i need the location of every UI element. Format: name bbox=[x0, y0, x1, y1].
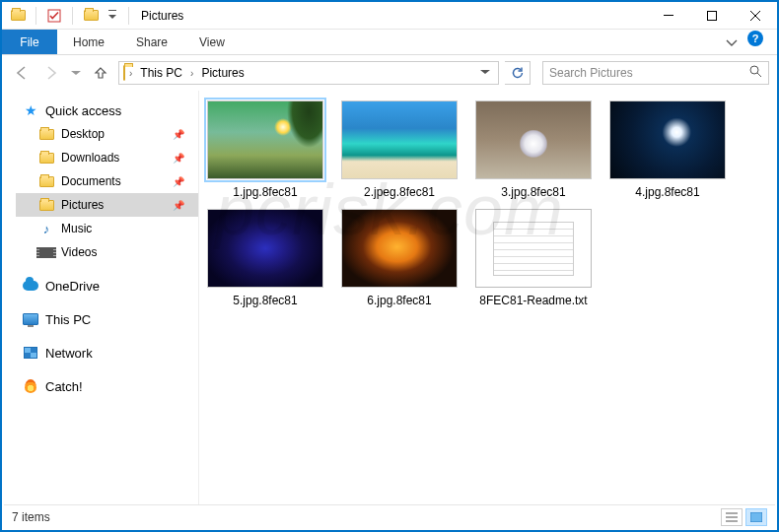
qat-properties-icon[interactable] bbox=[44, 6, 64, 26]
file-item[interactable]: 1.jpg.8fec81 bbox=[205, 100, 325, 199]
sidebar-label: Network bbox=[45, 346, 93, 361]
pin-icon: 📌 bbox=[173, 153, 184, 164]
folder-icon bbox=[37, 243, 55, 261]
monitor-icon bbox=[22, 310, 39, 328]
item-count: 7 items bbox=[12, 510, 50, 524]
svg-rect-3 bbox=[708, 11, 717, 20]
folder-icon: ♪ bbox=[37, 220, 55, 237]
svg-rect-2 bbox=[664, 15, 673, 16]
address-bar[interactable]: › This PC › Pictures bbox=[118, 61, 499, 85]
minimize-button[interactable] bbox=[647, 2, 690, 30]
folder-icon bbox=[37, 196, 55, 214]
file-item[interactable]: 5.jpg.8fec81 bbox=[205, 209, 325, 307]
breadcrumb-this-pc[interactable]: This PC bbox=[136, 66, 186, 80]
sidebar-item-music[interactable]: ♪Music bbox=[16, 217, 198, 240]
navigation-pane: ★ Quick access Desktop📌Downloads📌Documen… bbox=[2, 91, 199, 504]
sidebar-item-documents[interactable]: Documents📌 bbox=[16, 169, 198, 193]
thumbnail-image bbox=[341, 100, 458, 179]
file-name: 1.jpg.8fec81 bbox=[233, 185, 297, 199]
sidebar-item-videos[interactable]: Videos bbox=[16, 240, 198, 264]
file-item[interactable]: 4.jpg.8fec81 bbox=[607, 100, 728, 199]
tab-home[interactable]: Home bbox=[57, 30, 120, 54]
location-folder-icon bbox=[123, 66, 125, 80]
sidebar-network[interactable]: Network bbox=[16, 341, 198, 365]
forward-button[interactable] bbox=[39, 61, 63, 85]
file-name: 3.jpg.8fec81 bbox=[501, 185, 565, 199]
maximize-button[interactable] bbox=[690, 2, 734, 30]
file-name: 8FEC81-Readme.txt bbox=[479, 294, 587, 307]
tab-share[interactable]: Share bbox=[120, 30, 183, 54]
thumbnail-image bbox=[207, 209, 323, 288]
sidebar-item-label: Downloads bbox=[61, 151, 119, 165]
file-item[interactable]: 6.jpg.8fec81 bbox=[339, 209, 460, 307]
file-name: 2.jpeg.8fec81 bbox=[364, 185, 435, 199]
sidebar-item-label: Music bbox=[61, 222, 92, 235]
status-bar: 7 items bbox=[4, 504, 775, 528]
search-icon[interactable] bbox=[749, 65, 762, 81]
svg-point-4 bbox=[750, 66, 758, 74]
thumbnail-image bbox=[341, 209, 458, 288]
address-dropdown-icon[interactable] bbox=[476, 66, 494, 80]
qat-newfolder-icon[interactable] bbox=[81, 6, 101, 26]
chevron-right-icon[interactable]: › bbox=[129, 68, 132, 79]
thumbnail-image bbox=[475, 100, 592, 179]
file-item[interactable]: 3.jpg.8fec81 bbox=[473, 100, 594, 199]
sidebar-item-label: Videos bbox=[61, 245, 97, 259]
sidebar-catch[interactable]: Catch! bbox=[16, 374, 198, 398]
file-item[interactable]: 2.jpeg.8fec81 bbox=[339, 100, 460, 199]
expand-ribbon-icon[interactable] bbox=[718, 30, 745, 54]
help-button[interactable]: ? bbox=[747, 31, 771, 54]
network-icon bbox=[22, 344, 39, 362]
svg-rect-5 bbox=[750, 512, 762, 522]
search-box[interactable] bbox=[542, 61, 769, 85]
sidebar-item-downloads[interactable]: Downloads📌 bbox=[16, 146, 198, 169]
chevron-right-icon[interactable]: › bbox=[190, 68, 193, 79]
sidebar-item-label: Documents bbox=[61, 174, 121, 188]
sidebar-onedrive[interactable]: OneDrive bbox=[16, 274, 198, 298]
sidebar-item-label: Pictures bbox=[61, 198, 104, 212]
file-tab[interactable]: File bbox=[2, 30, 57, 54]
qat-dropdown-icon[interactable] bbox=[103, 6, 122, 26]
pin-icon: 📌 bbox=[173, 200, 184, 211]
file-name: 5.jpg.8fec81 bbox=[233, 294, 297, 307]
window-title: Pictures bbox=[141, 9, 183, 23]
details-view-button[interactable] bbox=[721, 508, 743, 526]
folder-icon bbox=[37, 125, 55, 143]
pin-icon: 📌 bbox=[173, 129, 184, 140]
svg-rect-1 bbox=[108, 10, 116, 11]
file-item[interactable]: 8FEC81-Readme.txt bbox=[473, 209, 594, 307]
sidebar-item-label: Desktop bbox=[61, 127, 105, 141]
sidebar-item-desktop[interactable]: Desktop📌 bbox=[16, 122, 198, 146]
sidebar-label: OneDrive bbox=[45, 279, 100, 294]
sidebar-label: This PC bbox=[45, 312, 91, 327]
file-view[interactable]: 1.jpg.8fec812.jpeg.8fec813.jpg.8fec814.j… bbox=[199, 91, 777, 504]
sidebar-item-pictures[interactable]: Pictures📌 bbox=[16, 193, 198, 217]
file-name: 6.jpg.8fec81 bbox=[367, 294, 431, 307]
cloud-icon bbox=[22, 277, 39, 295]
title-bar: Pictures bbox=[2, 2, 777, 30]
quick-access-toolbar bbox=[8, 6, 122, 26]
search-input[interactable] bbox=[549, 66, 749, 80]
text-file-icon bbox=[475, 209, 592, 288]
sidebar-label: Quick access bbox=[45, 103, 121, 118]
recent-locations-icon[interactable] bbox=[69, 61, 83, 85]
flame-icon bbox=[22, 377, 39, 395]
breadcrumb-pictures[interactable]: Pictures bbox=[197, 66, 248, 80]
thumbnails-view-button[interactable] bbox=[745, 508, 767, 526]
back-button[interactable] bbox=[10, 61, 34, 85]
refresh-button[interactable] bbox=[505, 61, 531, 85]
nav-row: › This PC › Pictures bbox=[2, 55, 777, 91]
sidebar-this-pc[interactable]: This PC bbox=[16, 307, 198, 331]
folder-icon bbox=[37, 172, 55, 190]
tab-view[interactable]: View bbox=[183, 30, 241, 54]
close-button[interactable] bbox=[734, 2, 777, 30]
star-icon: ★ bbox=[22, 101, 39, 119]
file-name: 4.jpg.8fec81 bbox=[635, 185, 699, 199]
thumbnail-image bbox=[207, 100, 323, 179]
explorer-icon bbox=[8, 6, 28, 26]
thumbnail-image bbox=[609, 100, 726, 179]
sidebar-quick-access[interactable]: ★ Quick access bbox=[16, 99, 198, 122]
up-button[interactable] bbox=[89, 61, 112, 85]
ribbon: File Home Share View ? bbox=[2, 30, 777, 55]
folder-icon bbox=[37, 149, 55, 166]
